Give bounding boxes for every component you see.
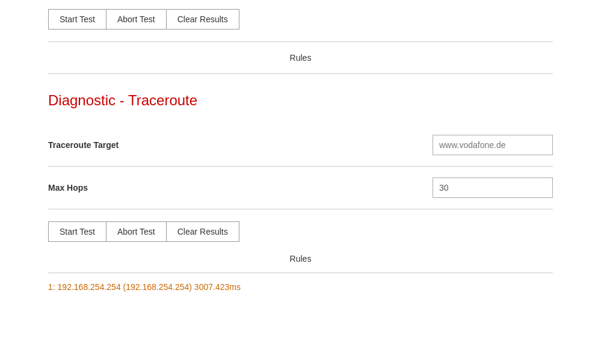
bottom-button-group: Start Test Abort Test Clear Results [48, 221, 553, 242]
traceroute-target-label: Traceroute Target [48, 140, 229, 150]
max-hops-row: Max Hops [48, 167, 553, 209]
traceroute-results: 1: 192.168.254.254 (192.168.254.254) 300… [48, 273, 553, 301]
top-rules-section: Rules [48, 42, 553, 74]
top-buttons-section: Start Test Abort Test Clear Results [48, 0, 553, 42]
bottom-clear-results-button[interactable]: Clear Results [167, 221, 239, 242]
bottom-buttons-section: Start Test Abort Test Clear Results [48, 209, 553, 248]
page-container: Start Test Abort Test Clear Results Rule… [0, 0, 601, 301]
form-section: Traceroute Target Max Hops [48, 124, 553, 209]
top-clear-results-button[interactable]: Clear Results [167, 9, 239, 29]
diagnostic-title: Diagnostic - Traceroute [48, 92, 553, 109]
max-hops-input[interactable] [433, 177, 553, 198]
top-button-group: Start Test Abort Test Clear Results [48, 9, 553, 29]
top-rules-label: Rules [290, 53, 312, 63]
bottom-start-test-button[interactable]: Start Test [48, 221, 106, 242]
top-start-test-button[interactable]: Start Test [48, 9, 106, 29]
result-text-1: 1: 192.168.254.254 (192.168.254.254) 300… [48, 282, 241, 292]
max-hops-label: Max Hops [48, 183, 229, 193]
traceroute-target-row: Traceroute Target [48, 124, 553, 167]
bottom-abort-test-button[interactable]: Abort Test [106, 221, 167, 242]
list-item: 1: 192.168.254.254 (192.168.254.254) 300… [48, 282, 553, 292]
bottom-rules-section: Rules [48, 248, 553, 273]
bottom-rules-label: Rules [290, 254, 312, 264]
traceroute-target-input[interactable] [433, 135, 553, 155]
top-abort-test-button[interactable]: Abort Test [106, 9, 167, 29]
